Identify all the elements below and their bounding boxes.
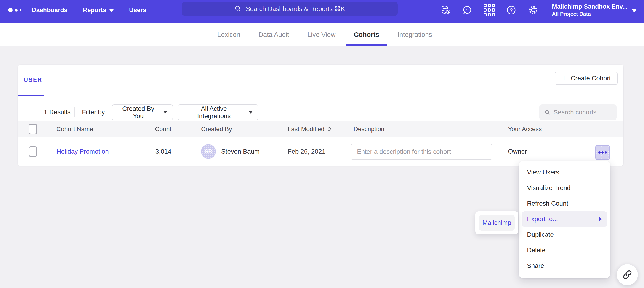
nav-icon-buttons: ? — [440, 0, 538, 20]
apps-grid-icon — [484, 4, 495, 16]
menu-item-share[interactable]: Share — [519, 258, 610, 273]
cohort-created-by-cell: SB Steven Baum — [201, 137, 260, 166]
column-header-your-access: Your Access — [508, 121, 542, 137]
mixpanel-logo[interactable] — [8, 0, 22, 20]
divider — [74, 107, 75, 117]
menu-item-delete[interactable]: Delete — [519, 242, 610, 258]
menu-item-mailchimp[interactable]: Mailchimp — [479, 215, 515, 231]
help-icon: ? — [506, 5, 516, 15]
tabs: Lexicon Data Audit Live View Cohorts Int… — [217, 23, 432, 46]
search-cohorts-input[interactable] — [554, 109, 612, 116]
export-submenu: Mailchimp — [475, 211, 518, 234]
tab-user-cohorts[interactable]: USER — [24, 65, 42, 95]
settings-gear-icon — [528, 5, 538, 15]
menu-item-duplicate[interactable]: Duplicate — [519, 227, 610, 242]
logo-dot — [20, 9, 22, 11]
chevron-down-icon — [110, 9, 114, 12]
filter-by-label: Filter by — [82, 108, 105, 116]
cohorts-card: USER + Create Cohort 1 Results Filter by… — [18, 65, 624, 166]
column-header-count: Count — [125, 121, 172, 137]
arrow-right-icon — [598, 217, 602, 222]
created-by-name: Steven Baum — [221, 148, 260, 155]
more-options-icon — [598, 151, 600, 154]
logo-dot — [15, 9, 18, 12]
cohorts-page: Dashboards Reports Users Search Dashboar… — [0, 0, 644, 288]
created-by-filter-value: Created By You — [118, 105, 159, 120]
plus-icon: + — [562, 73, 566, 82]
results-count: 1 Results — [44, 108, 70, 116]
integrations-filter-dropdown[interactable]: All Active Integrations — [178, 104, 258, 120]
created-by-filter-dropdown[interactable]: Created By You — [112, 104, 173, 120]
cohort-name-link[interactable]: Holiday Promotion — [56, 137, 109, 166]
tab-data-audit[interactable]: Data Audit — [258, 23, 289, 46]
column-header-last-modified: Last Modified — [288, 126, 324, 133]
chevron-down-icon — [249, 111, 252, 113]
search-icon — [544, 109, 550, 116]
feedback-icon — [462, 5, 472, 15]
nav-item-reports[interactable]: Reports — [83, 7, 114, 14]
menu-item-refresh-count[interactable]: Refresh Count — [519, 196, 610, 211]
search-icon — [234, 5, 242, 12]
copy-link-icon — [622, 269, 632, 280]
menu-item-visualize-trend[interactable]: Visualize Trend — [519, 180, 610, 196]
nav-item-dashboards[interactable]: Dashboards — [32, 7, 68, 14]
chevron-down-icon[interactable] — [632, 9, 637, 12]
global-search-placeholder: Search Dashboards & Reports ⌘K — [246, 5, 345, 13]
apps-grid-button[interactable] — [484, 5, 494, 15]
help-button[interactable]: ? — [506, 5, 516, 15]
table-header: Cohort Name Count Created By Last Modifi… — [18, 121, 624, 137]
divider — [18, 96, 624, 96]
tab-cohorts[interactable]: Cohorts — [354, 23, 379, 46]
feedback-button[interactable] — [462, 5, 472, 15]
cohort-last-modified: Feb 26, 2021 — [288, 137, 326, 166]
select-all-checkbox[interactable] — [29, 124, 37, 134]
column-header-created-by: Created By — [201, 121, 232, 137]
primary-nav: Dashboards Reports Users — [32, 0, 146, 20]
project-name: Mailchimp Sandbox Env... — [552, 3, 628, 11]
more-options-icon — [602, 151, 604, 154]
cohort-count: 3,014 — [125, 137, 172, 166]
global-search-input[interactable]: Search Dashboards & Reports ⌘K — [182, 2, 398, 16]
create-cohort-label: Create Cohort — [571, 75, 611, 82]
create-cohort-button[interactable]: + Create Cohort — [555, 72, 618, 85]
more-options-icon — [605, 151, 607, 154]
settings-gear-button[interactable] — [528, 5, 538, 15]
search-cohorts-box — [539, 104, 616, 120]
project-switcher[interactable]: Mailchimp Sandbox Env... All Project Dat… — [552, 3, 628, 17]
sort-updown-icon — [327, 126, 332, 132]
cohort-actions-menu: View Users Visualize Trend Refresh Count… — [519, 161, 610, 278]
chevron-down-icon — [164, 111, 167, 113]
nav-item-users[interactable]: Users — [129, 7, 146, 14]
tab-lexicon[interactable]: Lexicon — [217, 23, 240, 46]
more-options-button[interactable] — [595, 145, 610, 160]
integrations-filter-value: All Active Integrations — [184, 105, 244, 120]
row-checkbox[interactable] — [29, 146, 37, 157]
menu-item-view-users[interactable]: View Users — [519, 165, 610, 180]
data-definitions-icon — [440, 5, 450, 15]
cohort-description-input[interactable] — [350, 144, 492, 160]
top-nav: Dashboards Reports Users Search Dashboar… — [0, 0, 644, 23]
nav-item-reports-label: Reports — [83, 7, 106, 14]
logo-dot — [8, 8, 12, 12]
data-management-tabbar: Lexicon Data Audit Live View Cohorts Int… — [0, 23, 644, 46]
avatar: SB — [201, 144, 216, 159]
menu-item-export-to[interactable]: Export to... — [522, 211, 607, 227]
tab-live-view[interactable]: Live View — [307, 23, 336, 46]
svg-text:?: ? — [510, 7, 512, 13]
tab-integrations[interactable]: Integrations — [398, 23, 432, 46]
column-header-cohort-name: Cohort Name — [56, 121, 93, 137]
column-header-description: Description — [354, 121, 384, 137]
menu-item-export-to-label: Export to... — [527, 215, 558, 223]
project-scope: All Project Data — [552, 11, 628, 17]
page-body: USER + Create Cohort 1 Results Filter by… — [0, 46, 644, 288]
data-definitions-button[interactable] — [440, 5, 451, 15]
copy-link-button[interactable] — [617, 264, 638, 285]
column-sort-last-modified[interactable]: Last Modified — [288, 121, 332, 137]
